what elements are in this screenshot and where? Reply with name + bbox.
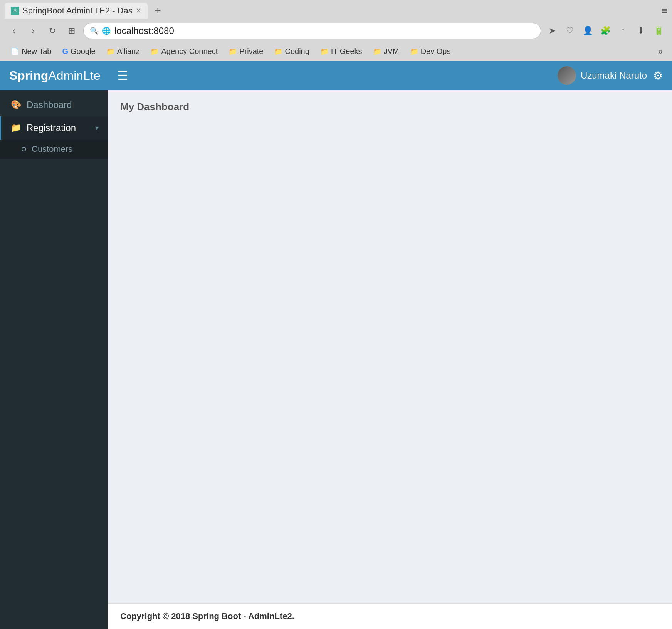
dashboard-icon: 🎨	[10, 100, 21, 110]
tab-title: SpringBoot AdminLTE2 - Das	[22, 6, 133, 16]
bookmark-coding-label: Coding	[285, 47, 309, 56]
bookmark-allianz-label: Allianz	[117, 47, 140, 56]
bookmark-dev-ops[interactable]: 📁 Dev Ops	[405, 45, 455, 58]
bookmark-it-geeks[interactable]: 📁 IT Geeks	[316, 45, 367, 58]
folder-icon-jvm: 📁	[373, 47, 381, 56]
folder-icon-coding: 📁	[274, 47, 282, 56]
bookmark-google-label: Google	[71, 47, 96, 56]
sidebar-toggle-button[interactable]: ☰	[117, 68, 128, 83]
footer-text: Copyright © 2018 Spring Boot - AdminLte2…	[120, 611, 294, 621]
google-icon: G	[62, 47, 68, 56]
sidebar-item-customers-label: Customers	[32, 144, 72, 154]
folder-icon-agency: 📁	[150, 47, 159, 56]
browser-toolbar: ‹ › ↻ ⊞ 🔍 🌐 localhost:8080 ➤ ♡ 👤 🧩 ↑ ⬇ 🔋	[0, 19, 672, 42]
main-content: My Dashboard Copyright © 2018 Spring Boo…	[108, 90, 672, 629]
sidebar-item-customers[interactable]: Customers	[0, 140, 108, 159]
back-button[interactable]: ‹	[6, 23, 22, 39]
browser-titlebar: S SpringBoot AdminLTE2 - Das ✕ + ≡	[0, 0, 672, 19]
forward-button[interactable]: ›	[25, 23, 41, 39]
logo-admin: Admin	[48, 69, 83, 82]
toolbar-right: ➤ ♡ 👤 🧩 ↑ ⬇ 🔋	[545, 24, 666, 38]
app-logo: SpringAdminLte	[9, 69, 117, 83]
folder-icon-it-geeks: 📁	[320, 47, 329, 56]
logo-spring: Spring	[9, 69, 48, 82]
settings-button[interactable]: ⚙	[653, 69, 663, 82]
bookmark-agency-connect[interactable]: 📁 Agency Connect	[146, 45, 222, 58]
bookmark-jvm-label: JVM	[384, 47, 399, 56]
browser-tab[interactable]: S SpringBoot AdminLTE2 - Das ✕	[5, 3, 148, 19]
download-button[interactable]: ⬇	[633, 24, 648, 38]
bookmark-allianz[interactable]: 📁 Allianz	[102, 45, 144, 58]
tab-close-button[interactable]: ✕	[136, 7, 141, 15]
content-footer: Copyright © 2018 Spring Boot - AdminLte2…	[108, 603, 672, 629]
bookmark-dev-ops-label: Dev Ops	[421, 47, 451, 56]
folder-icon-dev-ops: 📁	[410, 47, 418, 56]
bookmarks-bar: 📄 New Tab G Google 📁 Allianz 📁 Agency Co…	[0, 42, 672, 61]
folder-icon-private: 📁	[228, 47, 237, 56]
sidebar-item-registration[interactable]: 📁 Registration ▾	[0, 116, 108, 140]
extension-button[interactable]: 🧩	[598, 24, 613, 38]
page-title: My Dashboard	[120, 101, 660, 113]
registration-icon: 📁	[10, 123, 21, 133]
url-text: localhost:8080	[114, 25, 534, 36]
app-header: SpringAdminLte ☰ Uzumaki Naruto ⚙	[0, 61, 672, 90]
reload-button[interactable]: ↻	[45, 23, 60, 39]
app-body: 🎨 Dashboard 📁 Registration ▾ Customers	[0, 90, 672, 629]
circle-icon	[22, 147, 26, 151]
sidebar-item-registration-label: Registration	[27, 123, 90, 133]
bookmark-jvm[interactable]: 📁 JVM	[368, 45, 404, 58]
bookmark-google[interactable]: G Google	[57, 45, 100, 58]
bookmark-it-geeks-label: IT Geeks	[331, 47, 362, 56]
send-button[interactable]: ➤	[545, 24, 559, 38]
bookmarks-more-button[interactable]: »	[655, 45, 666, 58]
bookmark-coding[interactable]: 📁 Coding	[269, 45, 314, 58]
user-info[interactable]: Uzumaki Naruto	[558, 66, 647, 85]
new-tab-button[interactable]: +	[151, 3, 165, 18]
bookmark-new-tab-label: New Tab	[22, 47, 51, 56]
app-container: SpringAdminLte ☰ Uzumaki Naruto ⚙ 🎨 Dash…	[0, 61, 672, 629]
sidebar-item-dashboard[interactable]: 🎨 Dashboard	[0, 93, 108, 116]
share-button[interactable]: ↑	[616, 24, 630, 38]
new-tab-icon: 📄	[11, 47, 19, 56]
browser-chrome: S SpringBoot AdminLTE2 - Das ✕ + ≡ ‹ › ↻…	[0, 0, 672, 61]
sidebar-submenu-registration: Customers	[0, 140, 108, 159]
sidebar-item-dashboard-label: Dashboard	[27, 99, 99, 110]
bookmark-heart-button[interactable]: ♡	[563, 24, 577, 38]
browser-menu-button[interactable]: ≡	[662, 5, 667, 17]
person-icon-button[interactable]: 👤	[580, 24, 595, 38]
folder-icon-allianz: 📁	[106, 47, 115, 56]
bookmark-private[interactable]: 📁 Private	[224, 45, 268, 58]
logo-lte: Lte	[83, 69, 100, 82]
chevron-down-icon: ▾	[95, 124, 99, 132]
content-area: My Dashboard	[108, 90, 672, 603]
avatar	[558, 66, 576, 85]
bookmark-agency-label: Agency Connect	[161, 47, 218, 56]
tab-favicon: S	[11, 7, 19, 15]
globe-icon: 🌐	[102, 27, 111, 35]
search-icon: 🔍	[90, 27, 98, 35]
grid-button[interactable]: ⊞	[64, 23, 79, 39]
bookmark-private-label: Private	[239, 47, 263, 56]
sidebar: 🎨 Dashboard 📁 Registration ▾ Customers	[0, 90, 108, 629]
header-right: Uzumaki Naruto ⚙	[558, 66, 663, 85]
username-label: Uzumaki Naruto	[581, 70, 647, 81]
battery-icon: 🔋	[651, 24, 666, 38]
avatar-image	[558, 66, 576, 85]
sidebar-nav: 🎨 Dashboard 📁 Registration ▾ Customers	[0, 90, 108, 629]
address-bar[interactable]: 🔍 🌐 localhost:8080	[83, 23, 541, 39]
bookmark-new-tab[interactable]: 📄 New Tab	[6, 45, 56, 58]
